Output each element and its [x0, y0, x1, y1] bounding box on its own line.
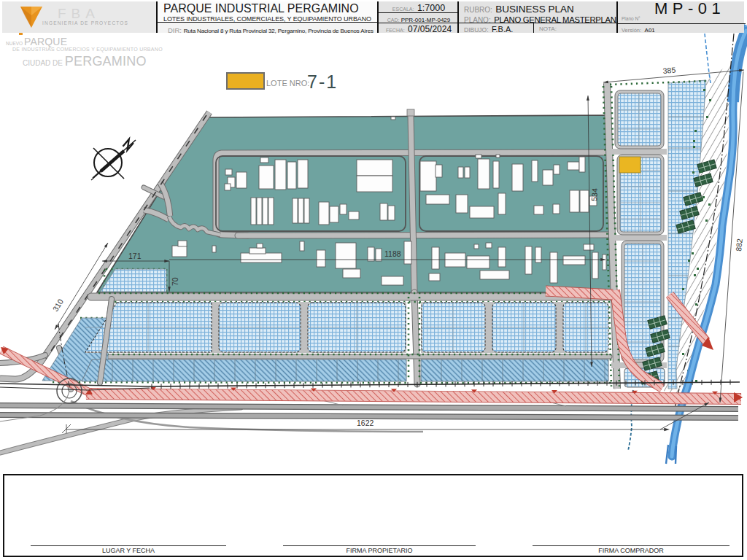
svg-text:310: 310 — [51, 298, 66, 313]
svg-text:385: 385 — [662, 65, 676, 74]
svg-text:882: 882 — [734, 238, 744, 252]
svg-text:1188: 1188 — [384, 249, 401, 258]
svg-text:70: 70 — [171, 277, 179, 286]
svg-text:534: 534 — [589, 188, 599, 201]
svg-text:1622: 1622 — [357, 419, 374, 427]
svg-text:171: 171 — [128, 252, 142, 260]
